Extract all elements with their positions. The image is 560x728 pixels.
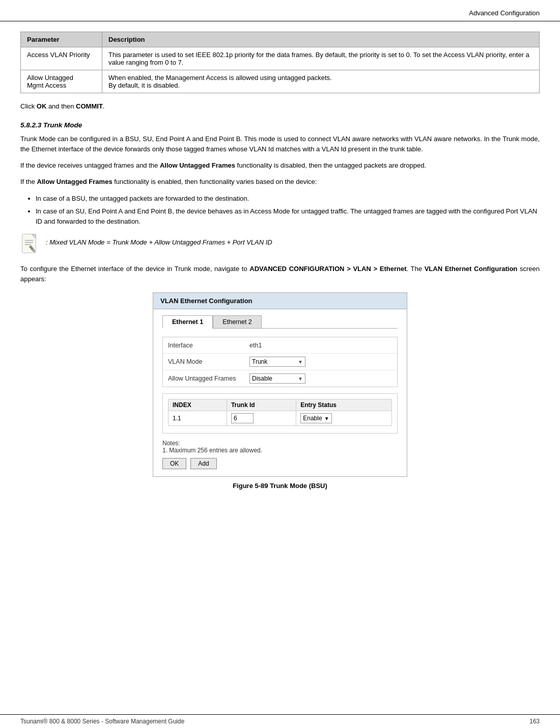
chevron-down-icon: ▼ — [298, 376, 303, 382]
entry-status-cell[interactable]: Enable ▼ — [296, 411, 392, 426]
footer-right: 163 — [529, 718, 540, 725]
bullet-list: In case of a BSU, the untagged packets a… — [36, 194, 540, 227]
allow-untagged-label: Allow Untagged Frames — [168, 375, 249, 382]
interface-value: eth1 — [249, 342, 262, 349]
trunk-id-cell[interactable] — [227, 411, 296, 426]
eth-tabs[interactable]: Ethernet 1 Ethernet 2 — [162, 315, 398, 329]
click-ok-line: Click OK and then COMMIT. — [20, 102, 540, 110]
note-box: : Mixed VLAN Mode = Trunk Mode + Allow U… — [20, 233, 540, 256]
vlan-ethernet-config-box: VLAN Ethernet Configuration Ethernet 1 E… — [153, 292, 407, 477]
notes-area: Notes: 1. Maximum 256 entries are allowe… — [162, 440, 398, 454]
para2: If the device receives untagged frames a… — [20, 160, 540, 171]
col-trunk-id-header: Trunk Id — [227, 399, 296, 411]
btn-row: OK Add — [162, 458, 398, 469]
param-cell: Allow UntaggedMgmt Access — [21, 70, 102, 93]
col-param-header: Parameter — [21, 32, 102, 47]
form-row-vlan-mode: VLAN Mode Trunk ▼ — [163, 354, 397, 370]
parameter-table: Parameter Description Access VLAN Priori… — [20, 32, 540, 93]
vlan-mode-value: Trunk — [252, 358, 267, 365]
add-button[interactable]: Add — [190, 458, 216, 469]
section-heading: 5.8.2.3 Trunk Mode — [20, 121, 540, 129]
footer-left: Tsunami® 800 & 8000 Series - Software Ma… — [20, 718, 184, 725]
page-header: Advanced Configuration — [0, 0, 560, 21]
entry-status-value: Enable — [303, 415, 322, 422]
col-entry-status-header: Entry Status — [296, 399, 392, 411]
trunk-table-section: INDEX Trunk Id Entry Status 1.1 — [162, 393, 398, 434]
list-item: In case of an SU, End Point A and End Po… — [36, 206, 540, 226]
vlan-mode-label: VLAN Mode — [168, 358, 249, 365]
navigate-para: To configure the Ethernet interface of t… — [20, 264, 540, 284]
index-cell: 1.1 — [169, 411, 227, 426]
note-text: : Mixed VLAN Mode = Trunk Mode + Allow U… — [46, 233, 272, 248]
trunk-table: INDEX Trunk Id Entry Status 1.1 — [168, 399, 392, 426]
figure-caption: Figure 5-89 Trunk Mode (BSU) — [233, 482, 327, 490]
entry-status-select[interactable]: Enable ▼ — [300, 413, 331, 423]
para1: Trunk Mode can be configured in a BSU, S… — [20, 134, 540, 154]
desc-cell: This parameter is used to set IEEE 802.1… — [102, 47, 540, 70]
form-section-basic: Interface eth1 VLAN Mode Trunk ▼ Allow U… — [162, 337, 398, 387]
vlan-mode-select[interactable]: Trunk ▼ — [249, 357, 305, 367]
table-row: Access VLAN Priority This parameter is u… — [21, 47, 540, 70]
vlan-box-title: VLAN Ethernet Configuration — [153, 293, 407, 309]
tab-ethernet1[interactable]: Ethernet 1 — [162, 315, 213, 329]
desc-cell: When enabled, the Management Access is a… — [102, 70, 540, 93]
note-icon — [20, 233, 40, 256]
col-desc-header: Description — [102, 32, 540, 47]
ok-button[interactable]: OK — [162, 458, 186, 469]
form-row-interface: Interface eth1 — [163, 337, 397, 354]
param-cell: Access VLAN Priority — [21, 47, 102, 70]
screenshot-container: VLAN Ethernet Configuration Ethernet 1 E… — [20, 292, 540, 494]
allow-untagged-select[interactable]: Disable ▼ — [249, 373, 305, 384]
table-row: 1.1 Enable ▼ — [169, 411, 392, 426]
notes-title: Notes: — [162, 440, 398, 447]
chevron-down-icon: ▼ — [324, 416, 329, 421]
table-row: Allow UntaggedMgmt Access When enabled, … — [21, 70, 540, 93]
interface-label: Interface — [168, 342, 249, 349]
list-item: In case of a BSU, the untagged packets a… — [36, 194, 540, 204]
notes-item: 1. Maximum 256 entries are allowed. — [162, 447, 398, 454]
chevron-down-icon: ▼ — [298, 359, 303, 365]
col-index-header: INDEX — [169, 399, 227, 411]
tab-ethernet2[interactable]: Ethernet 2 — [213, 315, 262, 328]
pencil-note-icon — [20, 233, 40, 256]
header-title: Advanced Configuration — [469, 9, 540, 17]
form-row-allow-untagged: Allow Untagged Frames Disable ▼ — [163, 370, 397, 387]
page-footer: Tsunami® 800 & 8000 Series - Software Ma… — [0, 714, 560, 728]
para3: If the Allow Untagged Frames functionali… — [20, 177, 540, 187]
trunk-id-input[interactable] — [231, 413, 254, 423]
allow-untagged-value: Disable — [252, 375, 272, 382]
